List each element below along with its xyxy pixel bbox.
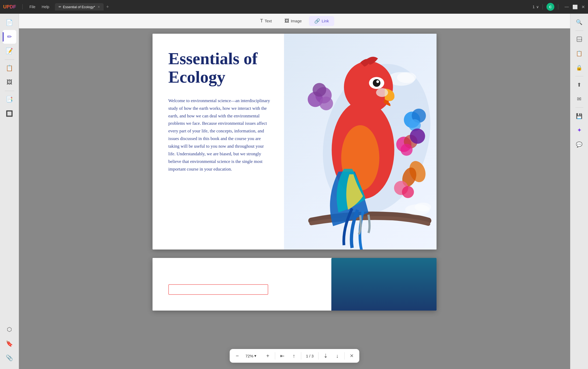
sidebar-item-annotate[interactable]: 📝 bbox=[3, 44, 16, 58]
svg-point-5 bbox=[320, 97, 333, 110]
svg-point-9 bbox=[401, 144, 413, 156]
avatar[interactable]: C bbox=[546, 3, 554, 11]
page-nav-arrow[interactable]: ∨ bbox=[536, 5, 539, 9]
sidebar-item-organize[interactable]: 📋 bbox=[3, 61, 16, 75]
zoom-in-btn[interactable]: + bbox=[262, 350, 273, 361]
menu-bar: File Help bbox=[27, 4, 52, 10]
title-separator-1 bbox=[22, 4, 23, 9]
total-pages: 3 bbox=[311, 354, 313, 358]
svg-point-2 bbox=[397, 72, 416, 83]
svg-point-6 bbox=[313, 83, 326, 97]
svg-point-17 bbox=[402, 186, 414, 198]
link-tool-label: Link bbox=[322, 19, 329, 23]
image-tool-label: Image bbox=[291, 19, 302, 23]
svg-text:OCR: OCR bbox=[577, 38, 582, 41]
page-prev-prev-btn[interactable]: ↑ bbox=[288, 350, 299, 361]
pdf-page-2-preview bbox=[153, 258, 437, 311]
sidebar-divider-2 bbox=[5, 91, 14, 91]
active-sidebar-indicator bbox=[3, 32, 4, 42]
pdf-title: Essentials of Ecology bbox=[168, 49, 271, 87]
right-email-btn[interactable]: ✉ bbox=[573, 93, 586, 105]
right-comment-btn[interactable]: 💬 bbox=[573, 138, 586, 151]
sidebar-item-edit-wrapper: ✏ bbox=[3, 30, 16, 44]
pdf-body-text: Welcome to environmental science—an inte… bbox=[168, 97, 271, 173]
sidebar-item-convert[interactable]: 🔲 bbox=[3, 107, 16, 121]
tab-close-btn[interactable]: × bbox=[98, 5, 100, 9]
parrot-illustration bbox=[284, 34, 437, 250]
right-extract-btn[interactable]: 📋 bbox=[573, 47, 586, 60]
link-tool-btn[interactable]: 🔗 Link bbox=[309, 16, 334, 26]
win-close-btn[interactable]: ✕ bbox=[581, 4, 585, 9]
text-tool-label: Text bbox=[265, 19, 272, 23]
sidebar-item-form[interactable]: 📑 bbox=[3, 93, 16, 106]
page-area[interactable]: Essentials of Ecology Welcome to environ… bbox=[19, 28, 570, 369]
pdf-right-illustration bbox=[284, 34, 437, 250]
main-area: 📄 ✏ 📝 📋 🖼 📑 🔲 ⬡ 🔖 📎 T Text 🖼 Image bbox=[0, 14, 588, 369]
svg-point-23 bbox=[376, 80, 379, 83]
ocr-icon: OCR bbox=[576, 36, 582, 42]
bt-sep-2 bbox=[301, 352, 301, 360]
pdf-page-content: Essentials of Ecology Welcome to environ… bbox=[153, 34, 437, 250]
page-next-next-btn[interactable]: ⇣ bbox=[320, 350, 331, 361]
right-ai-btn[interactable]: ✦ bbox=[573, 124, 586, 137]
toolbar-close-btn[interactable]: ✕ bbox=[346, 350, 357, 361]
right-share-btn[interactable]: ⬆ bbox=[573, 78, 586, 91]
svg-point-24 bbox=[376, 88, 388, 97]
menu-help[interactable]: Help bbox=[39, 4, 52, 10]
right-search-btn[interactable]: 🔍 bbox=[573, 16, 586, 28]
link-tool-icon: 🔗 bbox=[314, 18, 320, 24]
page-first-btn[interactable]: ⇤ bbox=[277, 350, 288, 361]
text-tool-icon: T bbox=[260, 18, 263, 24]
sidebar-item-attachment[interactable]: 📎 bbox=[3, 351, 16, 365]
sidebar-item-reader[interactable]: 📄 bbox=[3, 16, 16, 29]
tab-title: Essential of Ecology* bbox=[63, 5, 95, 9]
right-div-1 bbox=[575, 31, 583, 31]
page-number: 1 bbox=[533, 5, 535, 9]
text-tool-btn[interactable]: T Text bbox=[255, 16, 277, 26]
page-next-btn[interactable]: ↓ bbox=[332, 350, 343, 361]
app-logo-text: UPDF bbox=[3, 4, 16, 10]
tab-add-btn[interactable]: + bbox=[105, 4, 111, 10]
right-save-btn[interactable]: 💾 bbox=[573, 110, 586, 122]
pdf-left-column: Essentials of Ecology Welcome to environ… bbox=[153, 34, 284, 250]
page-indicator: 1 / 3 bbox=[303, 354, 317, 358]
zoom-dropdown-arrow[interactable]: ▾ bbox=[254, 353, 256, 358]
right-protect-btn[interactable]: 🔒 bbox=[573, 61, 586, 74]
sidebar-item-edit[interactable]: ✏ bbox=[3, 30, 16, 44]
bt-sep-4 bbox=[344, 352, 345, 360]
title-separator-2 bbox=[543, 4, 543, 9]
win-maximize-btn[interactable]: ⬜ bbox=[572, 4, 578, 9]
bt-sep-3 bbox=[318, 352, 319, 360]
svg-point-19 bbox=[344, 61, 393, 113]
tab-active[interactable]: ✏ Essential of Ecology* × bbox=[55, 3, 103, 11]
bottom-toolbar: − 72% ▾ + ⇤ ↑ 1 / 3 ⇣ ↓ ✕ bbox=[230, 349, 359, 363]
bt-sep-1 bbox=[275, 352, 275, 360]
link-highlight-box bbox=[168, 284, 268, 295]
right-panel: 🔍 OCR 📋 🔒 ⬆ ✉ 💾 ✦ 💬 bbox=[570, 14, 588, 369]
image-tool-btn[interactable]: 🖼 Image bbox=[279, 16, 307, 26]
content-area: T Text 🖼 Image 🔗 Link Essentials bbox=[19, 14, 570, 369]
tab-edit-icon: ✏ bbox=[59, 5, 61, 9]
menu-file[interactable]: File bbox=[27, 4, 38, 10]
window-controls: — ⬜ ✕ bbox=[565, 4, 585, 9]
sidebar-bottom: ⬡ 🔖 📎 bbox=[3, 323, 16, 367]
sidebar-item-image[interactable]: 🖼 bbox=[3, 76, 16, 89]
sidebar-divider-1 bbox=[5, 59, 14, 60]
pdf-page-1: Essentials of Ecology Welcome to environ… bbox=[153, 34, 437, 250]
right-ocr-btn[interactable]: OCR bbox=[573, 33, 586, 46]
titlebar: UPDF File Help ✏ Essential of Ecology* ×… bbox=[0, 0, 588, 14]
sidebar-item-bookmark[interactable]: 🔖 bbox=[3, 337, 16, 351]
title-separator-3 bbox=[558, 4, 558, 9]
svg-point-26 bbox=[415, 203, 431, 211]
page2-image bbox=[331, 258, 437, 311]
sidebar-item-layers[interactable]: ⬡ bbox=[3, 323, 16, 336]
page-nav: 1 ∨ bbox=[533, 5, 539, 9]
zoom-level-text: 72% bbox=[245, 354, 253, 358]
titlebar-right: 1 ∨ C — ⬜ ✕ bbox=[533, 3, 585, 11]
left-sidebar: 📄 ✏ 📝 📋 🖼 📑 🔲 ⬡ 🔖 📎 bbox=[0, 14, 19, 369]
right-div-2 bbox=[575, 76, 583, 76]
win-minimize-btn[interactable]: — bbox=[565, 4, 569, 9]
zoom-out-btn[interactable]: − bbox=[232, 350, 243, 361]
image-tool-icon: 🖼 bbox=[285, 18, 289, 24]
svg-point-22 bbox=[373, 79, 381, 87]
